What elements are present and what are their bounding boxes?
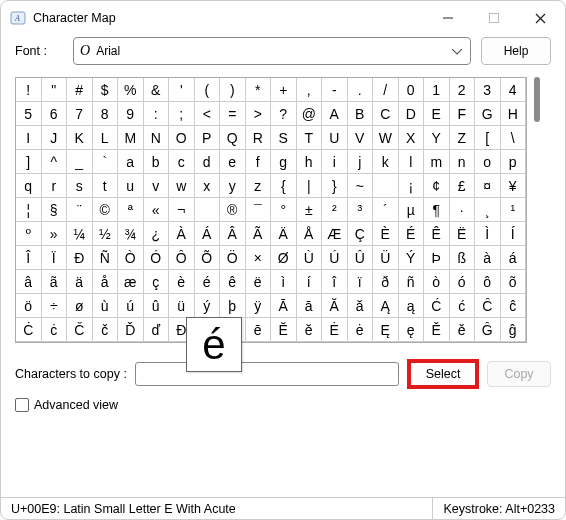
char-cell[interactable]: 5 <box>16 102 42 126</box>
char-cell[interactable]: Ñ <box>93 246 119 270</box>
char-cell[interactable]: 4 <box>501 78 527 102</box>
char-cell[interactable]: ó <box>450 270 476 294</box>
char-cell[interactable]: Ä <box>271 222 297 246</box>
char-cell[interactable]: § <box>42 198 68 222</box>
char-cell[interactable]: ( <box>195 78 221 102</box>
char-cell[interactable]: Ë <box>450 222 476 246</box>
char-cell[interactable]: 2 <box>450 78 476 102</box>
char-cell[interactable]: > <box>246 102 272 126</box>
char-cell[interactable]: ' <box>169 78 195 102</box>
char-cell[interactable]: ³ <box>348 198 374 222</box>
char-cell[interactable]: Ü <box>373 246 399 270</box>
char-cell[interactable]: ¬ <box>169 198 195 222</box>
char-cell[interactable]: T <box>297 126 323 150</box>
char-cell[interactable]: ª <box>118 198 144 222</box>
char-cell[interactable]: Þ <box>424 246 450 270</box>
char-cell[interactable]: ä <box>67 270 93 294</box>
minimize-button[interactable] <box>425 3 471 33</box>
char-cell[interactable]: b <box>144 150 170 174</box>
char-cell[interactable]: g <box>271 150 297 174</box>
char-cell[interactable]: e <box>220 150 246 174</box>
char-cell[interactable]: ¡ <box>399 174 425 198</box>
char-cell[interactable]: µ <box>399 198 425 222</box>
char-cell[interactable]: ? <box>271 102 297 126</box>
char-cell[interactable]: ! <box>16 78 42 102</box>
char-cell[interactable]: : <box>144 102 170 126</box>
char-cell[interactable]: Ú <box>322 246 348 270</box>
char-cell[interactable]: ¸ <box>475 198 501 222</box>
char-cell[interactable]: ú <box>118 294 144 318</box>
char-cell[interactable]: ė <box>348 318 374 342</box>
char-cell[interactable]: { <box>271 174 297 198</box>
char-cell[interactable]: ô <box>475 270 501 294</box>
char-cell[interactable]: P <box>195 126 221 150</box>
char-cell[interactable]: ã <box>42 270 68 294</box>
char-cell[interactable]: + <box>271 78 297 102</box>
char-cell[interactable]: Ĕ <box>271 318 297 342</box>
char-cell[interactable]: ð <box>373 270 399 294</box>
char-cell[interactable]: c <box>169 150 195 174</box>
font-select[interactable]: O Arial <box>73 37 471 65</box>
char-cell[interactable]: ü <box>169 294 195 318</box>
char-cell[interactable]: Ą <box>373 294 399 318</box>
select-button[interactable]: Select <box>407 359 479 389</box>
char-cell[interactable]: i <box>322 150 348 174</box>
char-cell[interactable]: * <box>246 78 272 102</box>
char-cell[interactable]: Y <box>424 126 450 150</box>
char-cell[interactable]: D <box>399 102 425 126</box>
char-cell[interactable]: Î <box>16 246 42 270</box>
char-cell[interactable]: · <box>450 198 476 222</box>
char-cell[interactable]: " <box>42 78 68 102</box>
char-cell[interactable]: ñ <box>399 270 425 294</box>
char-cell[interactable]: Û <box>348 246 374 270</box>
char-cell[interactable]: 8 <box>93 102 119 126</box>
char-cell[interactable]: ì <box>271 270 297 294</box>
character-grid[interactable]: !"#$%&'()*+,-./0123456789:;<=>?@ABCDEFGH… <box>15 77 527 343</box>
char-cell[interactable]: ę <box>399 318 425 342</box>
char-cell[interactable]: û <box>144 294 170 318</box>
char-cell[interactable]: î <box>322 270 348 294</box>
char-cell[interactable]: Ċ <box>16 318 42 342</box>
char-cell[interactable]: þ <box>220 294 246 318</box>
char-cell[interactable]: ] <box>16 150 42 174</box>
char-cell[interactable]: Õ <box>195 246 221 270</box>
char-cell[interactable]: ë <box>246 270 272 294</box>
char-cell[interactable]: ÷ <box>42 294 68 318</box>
help-button[interactable]: Help <box>481 37 551 65</box>
char-cell[interactable]: æ <box>118 270 144 294</box>
char-cell[interactable]: | <box>297 174 323 198</box>
grid-scrollbar[interactable] <box>531 77 545 343</box>
char-cell[interactable]: ^ <box>42 150 68 174</box>
char-cell[interactable]: ĕ <box>297 318 323 342</box>
char-cell[interactable]: ¢ <box>424 174 450 198</box>
char-cell[interactable]: č <box>93 318 119 342</box>
char-cell[interactable]: q <box>16 174 42 198</box>
char-cell[interactable]: £ <box>450 174 476 198</box>
char-cell[interactable]: Ę <box>373 318 399 342</box>
char-cell[interactable]: « <box>144 198 170 222</box>
advanced-view-checkbox[interactable] <box>15 398 29 412</box>
char-cell[interactable]: - <box>322 78 348 102</box>
char-cell[interactable]: h <box>297 150 323 174</box>
char-cell[interactable]: . <box>348 78 374 102</box>
char-cell[interactable]: n <box>450 150 476 174</box>
char-cell[interactable]: É <box>399 222 425 246</box>
char-cell[interactable] <box>373 174 399 198</box>
char-cell[interactable]: Ö <box>220 246 246 270</box>
char-cell[interactable]: Č <box>67 318 93 342</box>
char-cell[interactable]: » <box>42 222 68 246</box>
char-cell[interactable]: Ĝ <box>475 318 501 342</box>
char-cell[interactable]: â <box>16 270 42 294</box>
char-cell[interactable]: 9 <box>118 102 144 126</box>
char-cell[interactable]: < <box>195 102 221 126</box>
char-cell[interactable]: 6 <box>42 102 68 126</box>
char-cell[interactable]: p <box>501 150 527 174</box>
char-cell[interactable]: Z <box>450 126 476 150</box>
char-cell[interactable]: í <box>297 270 323 294</box>
char-cell[interactable]: V <box>348 126 374 150</box>
char-cell[interactable]: Å <box>297 222 323 246</box>
char-cell[interactable]: / <box>373 78 399 102</box>
char-cell[interactable]: 7 <box>67 102 93 126</box>
char-cell[interactable]: z <box>246 174 272 198</box>
char-cell[interactable]: d <box>195 150 221 174</box>
